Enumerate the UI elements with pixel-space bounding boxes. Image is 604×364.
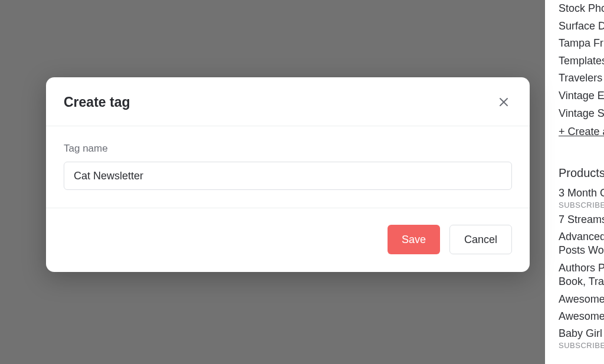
- create-tag-modal: Create tag Tag name Save Cancel: [46, 77, 530, 272]
- product-title: Awesome: [559, 310, 604, 323]
- modal-footer: Save Cancel: [46, 208, 530, 272]
- product-title: Baby Girl: [559, 327, 604, 340]
- save-button[interactable]: Save: [388, 225, 440, 254]
- product-title: 3 Month Coaching: [559, 186, 604, 200]
- sidebar: Stock Photos Surface Design Tampa Friend…: [559, 0, 604, 352]
- product-title: 7 Streams: [559, 213, 604, 227]
- sidebar-item-tag[interactable]: Vintage Ephemera: [559, 87, 604, 105]
- sidebar-item-tag[interactable]: Templates: [559, 53, 604, 70]
- modal-body: Tag name: [46, 126, 530, 208]
- tag-name-input[interactable]: [64, 162, 512, 190]
- product-item[interactable]: 7 Streams: [559, 211, 604, 228]
- product-item[interactable]: Awesome: [559, 291, 604, 308]
- products-list: 3 Month Coaching SUBSCRIBED TO 7 Streams…: [559, 185, 604, 352]
- modal-header: Create tag: [46, 77, 530, 126]
- product-title: Awesome: [559, 293, 604, 306]
- modal-title: Create tag: [64, 94, 130, 110]
- close-icon: [499, 97, 508, 107]
- product-title: Advanced Blog Posts Workshop: [559, 230, 604, 258]
- product-item[interactable]: 3 Month Coaching SUBSCRIBED TO: [559, 185, 604, 211]
- product-item[interactable]: Baby Girl SUBSCRIBED TO: [559, 325, 604, 351]
- sidebar-item-tag[interactable]: Travelers: [559, 70, 604, 87]
- product-subscribed-label: SUBSCRIBED TO: [559, 341, 604, 350]
- sidebar-item-tag[interactable]: Stock Photos: [559, 0, 604, 18]
- sidebar-item-tag[interactable]: Surface Design: [559, 18, 604, 35]
- cancel-button[interactable]: Cancel: [449, 225, 512, 254]
- sidebar-item-tag[interactable]: Tampa Friends: [559, 35, 604, 53]
- close-button[interactable]: [495, 94, 512, 110]
- product-subscribed-label: SUBSCRIBED TO: [559, 201, 604, 209]
- product-item[interactable]: Advanced Blog Posts Workshop: [559, 228, 604, 260]
- products-heading: Products: [559, 166, 604, 180]
- product-item[interactable]: Awesome: [559, 308, 604, 325]
- tag-list: Stock Photos Surface Design Tampa Friend…: [559, 0, 604, 142]
- product-title: Authors Picture Book, Travel: [559, 261, 604, 289]
- sidebar-item-tag[interactable]: Vintage Style: [559, 105, 604, 123]
- create-tag-link[interactable]: + Create a Tag: [559, 122, 604, 142]
- tag-name-label: Tag name: [64, 143, 512, 155]
- product-item[interactable]: Authors Picture Book, Travel: [559, 260, 604, 291]
